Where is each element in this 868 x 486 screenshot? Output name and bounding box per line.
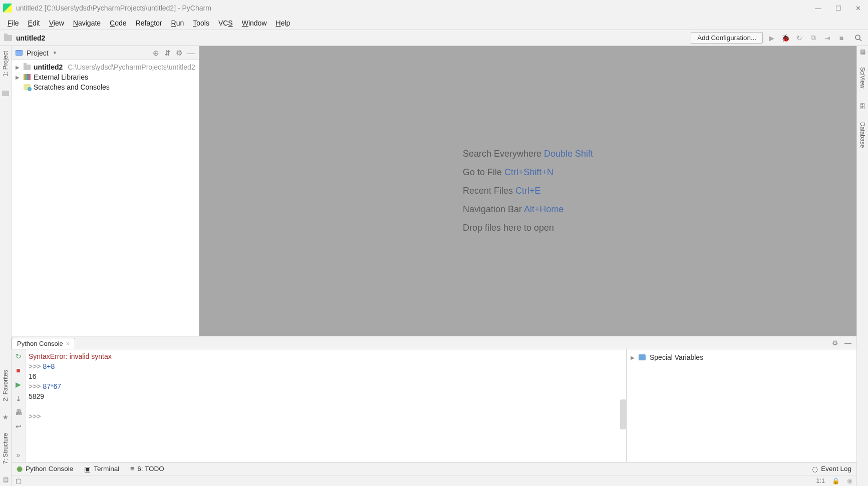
console-line: >>> 87*67 <box>29 381 623 391</box>
editor-tip: Recent Files Ctrl+E <box>463 186 593 196</box>
profile-icon[interactable]: ⧉ <box>808 33 819 44</box>
locate-icon[interactable]: ⊕ <box>153 49 159 58</box>
gear-icon[interactable]: ⚙ <box>176 49 182 58</box>
inspections-icon[interactable]: ◉ <box>847 477 852 484</box>
menu-view[interactable]: View <box>45 18 69 29</box>
close-icon[interactable]: ✕ <box>855 5 861 12</box>
tree-item-label: External Libraries <box>34 73 88 81</box>
right-tool-strip: ▦ SciView 🗄 Database <box>856 46 868 486</box>
star-icon: ★ <box>3 413 9 421</box>
tab-structure[interactable]: 7: Structure <box>2 430 9 467</box>
tab-python-console[interactable]: Python Console × <box>12 338 75 349</box>
project-tree[interactable]: ▶ untitled2 C:\Users\ydsd\PycharmProject… <box>12 60 199 94</box>
tree-root-name: untitled2 <box>34 63 63 71</box>
python-icon: ⬣ <box>17 465 23 473</box>
restart-icon[interactable]: ↻ <box>15 352 23 360</box>
coverage-icon[interactable]: ↻ <box>794 33 805 44</box>
maximize-icon[interactable]: ☐ <box>835 5 841 12</box>
tool-terminal[interactable]: ▣ Terminal <box>84 465 119 473</box>
minimize-panel-icon[interactable]: — <box>187 49 195 58</box>
attach-icon[interactable]: ⇥ <box>822 33 833 44</box>
tree-root[interactable]: ▶ untitled2 C:\Users\ydsd\PycharmProject… <box>14 62 197 72</box>
tool-label: 6: TODO <box>137 465 164 472</box>
tree-item-label: Scratches and Consoles <box>34 83 110 91</box>
tool-python-console[interactable]: ⬣ Python Console <box>17 465 73 473</box>
menu-window[interactable]: Window <box>237 18 271 29</box>
tab-sciview[interactable]: SciView <box>859 64 866 91</box>
variables-special[interactable]: ▶ Special Variables <box>630 352 853 362</box>
run-icon[interactable]: ▶ <box>15 380 23 388</box>
tab-project[interactable]: 1: Project <box>2 48 9 80</box>
lock-icon[interactable]: 🔒 <box>832 477 840 484</box>
editor-tip: Navigation Bar Alt+Home <box>463 204 593 215</box>
project-panel-title[interactable]: Project <box>27 49 49 57</box>
menu-edit[interactable]: Edit <box>24 18 45 29</box>
menu-run[interactable]: Run <box>167 18 189 29</box>
sciview-icon: ▦ <box>860 48 865 55</box>
pycharm-logo-icon <box>3 4 12 13</box>
menu-tools[interactable]: Tools <box>188 18 214 29</box>
navbar: untitled2 Add Configuration... ▶ 🐞 ↻ ⧉ ⇥… <box>0 30 868 46</box>
minimize-panel-icon[interactable]: — <box>844 339 851 347</box>
drop-hint: Drop files here to open <box>463 223 593 233</box>
search-icon[interactable] <box>853 33 864 44</box>
chevron-right-icon[interactable]: ▶ <box>16 65 21 70</box>
menubar: FileEditViewNavigateCodeRefactorRunTools… <box>0 16 868 30</box>
tool-label: Terminal <box>94 465 119 472</box>
menu-file[interactable]: File <box>3 18 24 29</box>
console-line: 5829 <box>29 391 623 401</box>
breadcrumb[interactable]: untitled2 <box>16 34 45 42</box>
console-output[interactable]: SyntaxError: invalid syntax>>> 8+816>>> … <box>26 349 626 462</box>
project-panel-header: Project ▼ ⊕ ⇵ ⚙ — <box>12 46 199 60</box>
menu-code[interactable]: Code <box>105 18 131 29</box>
add-configuration-button[interactable]: Add Configuration... <box>691 32 763 44</box>
close-icon[interactable]: × <box>66 340 70 347</box>
status-bar: ▢ 1:1 🔒 ◉ <box>12 475 856 486</box>
folder-icon <box>2 91 9 96</box>
console-line: SyntaxError: invalid syntax <box>29 351 623 361</box>
stop-icon[interactable]: ■ <box>15 366 23 374</box>
editor-tip: Search Everywhere Double Shift <box>463 149 593 159</box>
menu-refactor[interactable]: Refactor <box>131 18 167 29</box>
variables-label: Special Variables <box>650 353 703 361</box>
scrollbar[interactable] <box>620 399 626 429</box>
chevron-right-icon[interactable]: ▶ <box>16 75 21 80</box>
tool-label: Event Log <box>821 465 851 472</box>
tool-todo[interactable]: ≡ 6: TODO <box>130 465 164 472</box>
structure-icon: ▤ <box>3 476 9 483</box>
console-line: >>> 8+8 <box>29 361 623 371</box>
collapse-icon[interactable]: ⇵ <box>164 49 171 58</box>
status-indicator-icon[interactable]: ▢ <box>16 477 22 484</box>
menu-help[interactable]: Help <box>271 18 295 29</box>
scratches-icon <box>24 84 31 90</box>
tab-label: Python Console <box>17 340 63 347</box>
chevron-right-icon[interactable]: ▶ <box>631 355 635 360</box>
stop-icon[interactable]: ■ <box>836 33 847 44</box>
tab-database[interactable]: Database <box>859 119 866 151</box>
tree-external-libraries[interactable]: ▶ External Libraries <box>14 72 197 82</box>
variables-panel[interactable]: ▶ Special Variables <box>626 349 856 462</box>
more-icon[interactable]: » <box>15 451 23 459</box>
menu-navigate[interactable]: Navigate <box>69 18 105 29</box>
debug-icon[interactable]: 🐞 <box>780 33 791 44</box>
editor-empty-area[interactable]: Search Everywhere Double ShiftGo to File… <box>199 46 856 336</box>
minimize-icon[interactable]: — <box>815 5 821 12</box>
event-log-icon: ◌ <box>812 465 818 473</box>
print-icon[interactable]: 🖶 <box>15 408 23 416</box>
line-col[interactable]: 1:1 <box>816 477 825 484</box>
run-icon[interactable]: ▶ <box>766 33 777 44</box>
libraries-icon <box>24 74 31 80</box>
scroll-to-end-icon[interactable]: ⤓ <box>15 394 23 402</box>
menu-vcs[interactable]: VCS <box>214 18 237 29</box>
soft-wrap-icon[interactable]: ↩ <box>15 422 23 430</box>
tab-favorites[interactable]: 2: Favorites <box>2 367 9 404</box>
tree-scratches[interactable]: Scratches and Consoles <box>14 82 197 92</box>
bottom-tool-bar: ⬣ Python Console ▣ Terminal ≡ 6: TODO ◌ … <box>12 462 856 475</box>
variables-icon <box>639 354 646 360</box>
chevron-down-icon[interactable]: ▼ <box>53 50 58 56</box>
editor-tip: Go to File Ctrl+Shift+N <box>463 167 593 178</box>
editor-tips: Search Everywhere Double ShiftGo to File… <box>463 141 593 241</box>
tool-event-log[interactable]: ◌ Event Log <box>812 465 851 473</box>
gear-icon[interactable]: ⚙ <box>832 339 838 347</box>
console-line <box>29 401 623 411</box>
